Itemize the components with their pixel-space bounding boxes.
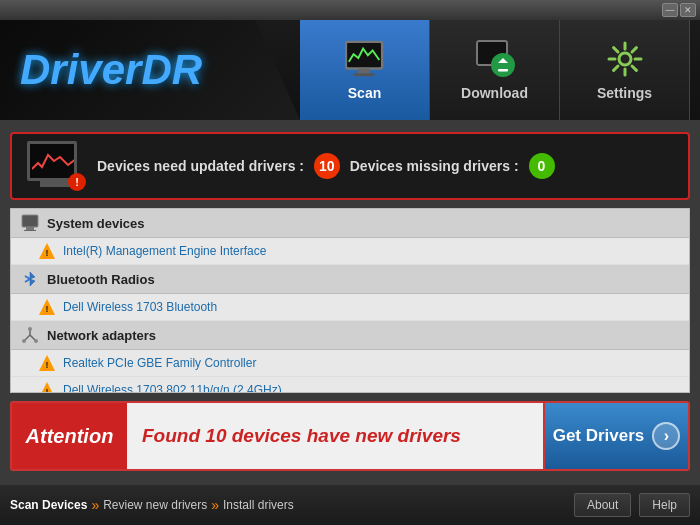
minimize-button[interactable]: — bbox=[662, 3, 678, 17]
svg-point-7 bbox=[619, 53, 631, 65]
svg-line-12 bbox=[613, 48, 617, 52]
settings-tab-icon bbox=[605, 39, 645, 79]
scan-tab-icon bbox=[345, 39, 385, 79]
category-bluetooth: Bluetooth Radios bbox=[11, 265, 689, 294]
warn-icon-dell-wifi bbox=[39, 382, 55, 392]
needs-update-label: Devices need updated drivers : bbox=[97, 158, 304, 174]
svg-line-14 bbox=[632, 48, 636, 52]
close-button[interactable]: ✕ bbox=[680, 3, 696, 17]
svg-line-15 bbox=[613, 66, 617, 70]
tab-scan[interactable]: Scan bbox=[300, 20, 430, 120]
attention-message: Found 10 devices have new drivers bbox=[127, 403, 543, 469]
download-tab-icon bbox=[475, 39, 515, 79]
footer-step2: Review new drivers bbox=[103, 498, 207, 512]
device-list[interactable]: System devices Intel(R) Management Engin… bbox=[11, 209, 689, 392]
svg-rect-1 bbox=[358, 69, 369, 74]
svg-rect-6 bbox=[498, 69, 508, 72]
needs-update-count: 10 bbox=[314, 153, 340, 179]
arrow-icon: › bbox=[652, 422, 680, 450]
action-bar: Attention Found 10 devices have new driv… bbox=[10, 401, 690, 471]
device-bt-label: Dell Wireless 1703 Bluetooth bbox=[63, 300, 217, 314]
svg-point-4 bbox=[491, 53, 515, 77]
tab-settings[interactable]: Settings bbox=[560, 20, 690, 120]
warn-icon-bt bbox=[39, 299, 55, 315]
tab-download-label: Download bbox=[461, 85, 528, 101]
device-item-realtek[interactable]: Realtek PCIe GBE Family Controller bbox=[11, 350, 689, 377]
footer-step3: Install drivers bbox=[223, 498, 294, 512]
category-system-label: System devices bbox=[47, 216, 145, 231]
tab-settings-label: Settings bbox=[597, 85, 652, 101]
about-button[interactable]: About bbox=[574, 493, 631, 517]
device-realtek-label: Realtek PCIe GBE Family Controller bbox=[63, 356, 256, 370]
svg-point-22 bbox=[28, 327, 32, 331]
system-icon bbox=[21, 214, 39, 232]
help-button[interactable]: Help bbox=[639, 493, 690, 517]
device-dell-wifi-label: Dell Wireless 1703 802.11b/g/n (2.4GHz) bbox=[63, 383, 282, 392]
alert-badge: ! bbox=[68, 173, 86, 191]
device-item-ime[interactable]: Intel(R) Management Engine Interface bbox=[11, 238, 689, 265]
svg-rect-2 bbox=[353, 73, 374, 76]
tab-download[interactable]: Download bbox=[430, 20, 560, 120]
category-bluetooth-label: Bluetooth Radios bbox=[47, 272, 155, 287]
warn-icon-ime bbox=[39, 243, 55, 259]
category-system: System devices bbox=[11, 209, 689, 238]
device-item-dell-wifi[interactable]: Dell Wireless 1703 802.11b/g/n (2.4GHz) bbox=[11, 377, 689, 392]
attention-label: Attention bbox=[12, 403, 127, 469]
monitor-icon-wrap: ! bbox=[27, 141, 82, 191]
category-network-label: Network adapters bbox=[47, 328, 156, 343]
svg-point-23 bbox=[22, 339, 26, 343]
status-banner: ! Devices need updated drivers : 10 Devi… bbox=[10, 132, 690, 200]
get-drivers-button[interactable]: Get Drivers › bbox=[543, 403, 688, 469]
network-icon bbox=[21, 326, 39, 344]
app-logo: DriverDR bbox=[20, 46, 202, 94]
chevron2: » bbox=[211, 497, 219, 513]
device-ime-label: Intel(R) Management Engine Interface bbox=[63, 244, 266, 258]
missing-label: Devices missing drivers : bbox=[350, 158, 519, 174]
main-content: ! Devices need updated drivers : 10 Devi… bbox=[0, 120, 700, 485]
title-bar: — ✕ bbox=[0, 0, 700, 20]
nav-tabs: Scan Download bbox=[300, 20, 700, 120]
svg-point-24 bbox=[34, 339, 38, 343]
chevron1: » bbox=[91, 497, 99, 513]
header: DriverDR Scan bbox=[0, 20, 700, 120]
device-list-wrap: System devices Intel(R) Management Engin… bbox=[10, 208, 690, 393]
warn-icon-realtek bbox=[39, 355, 55, 371]
monitor-stand bbox=[40, 181, 70, 187]
svg-rect-18 bbox=[24, 230, 36, 231]
svg-line-13 bbox=[632, 66, 636, 70]
footer: Scan Devices » Review new drivers » Inst… bbox=[0, 485, 700, 525]
graph-svg bbox=[32, 147, 76, 175]
status-text: Devices need updated drivers : 10 Device… bbox=[97, 153, 673, 179]
logo-area: DriverDR bbox=[0, 20, 300, 120]
footer-buttons: About Help bbox=[574, 493, 690, 517]
footer-steps: Scan Devices » Review new drivers » Inst… bbox=[10, 497, 294, 513]
device-item-bt[interactable]: Dell Wireless 1703 Bluetooth bbox=[11, 294, 689, 321]
footer-step1: Scan Devices bbox=[10, 498, 87, 512]
svg-rect-17 bbox=[26, 227, 34, 230]
bluetooth-icon bbox=[21, 270, 39, 288]
missing-count: 0 bbox=[529, 153, 555, 179]
tab-scan-label: Scan bbox=[348, 85, 381, 101]
get-drivers-label: Get Drivers bbox=[553, 426, 645, 446]
svg-rect-16 bbox=[22, 215, 38, 227]
category-network: Network adapters bbox=[11, 321, 689, 350]
